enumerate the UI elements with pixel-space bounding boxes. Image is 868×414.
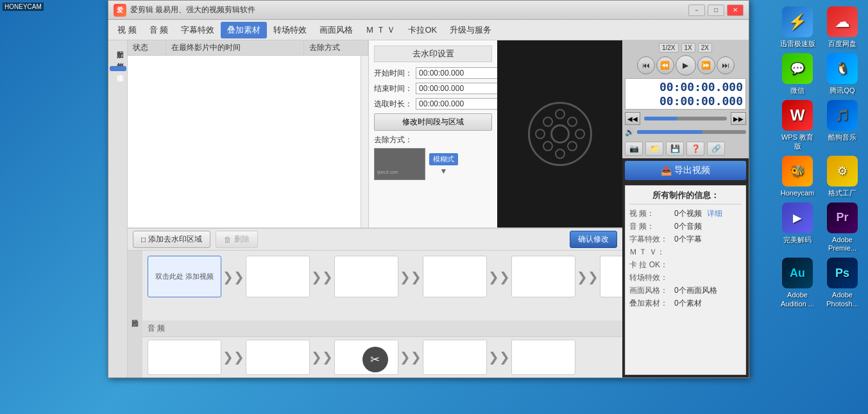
- menu-item-video[interactable]: 视 频: [111, 22, 143, 38]
- toolbar-btn-share[interactable]: 🔗: [707, 142, 725, 156]
- seek-bar[interactable]: [644, 117, 727, 120]
- prev-frame-btn[interactable]: ⏮: [637, 56, 655, 74]
- info-row-overlay: 叠加素材： 0个素材: [629, 298, 742, 309]
- info-title: 所有制作的信息：: [629, 190, 742, 204]
- menu-item-mtv[interactable]: Ｍ Ｔ Ｖ: [359, 22, 402, 38]
- modify-time-btn[interactable]: 修改时间段与区域: [374, 113, 492, 131]
- next-frame-btn[interactable]: ⏭: [717, 56, 735, 74]
- left-sidebar: 加贴图 加相框 去水印: [108, 40, 128, 377]
- volume-track[interactable]: [637, 130, 746, 134]
- main-content: 加贴图 加相框 去水印 状态 在最终影片中的时间 去除方式: [108, 40, 749, 377]
- speed-2x[interactable]: 2X: [698, 43, 712, 53]
- info-key-karaoke: 卡 拉 OK：: [629, 260, 674, 270]
- desktop-icon-photoshop[interactable]: Ps Adobe Photosh...: [823, 258, 862, 308]
- info-row-mtv: Ｍ Ｔ Ｖ：: [629, 247, 742, 258]
- method-dropdown-arrow[interactable]: ▼: [429, 167, 458, 176]
- info-val-style: 0个画面风格: [674, 285, 717, 296]
- export-icon: 📤: [661, 165, 672, 176]
- toolbar-btn-open[interactable]: 📁: [645, 142, 663, 156]
- audio-block-4[interactable]: [423, 340, 487, 375]
- desktop-icon-kugou[interactable]: 🎵 酷狗音乐: [823, 100, 862, 150]
- info-key-video: 视 频：: [629, 208, 674, 219]
- add-icon: □: [141, 235, 146, 244]
- method-option-blur[interactable]: 模糊式: [429, 153, 458, 165]
- info-row-karaoke: 卡 拉 OK：: [629, 260, 742, 270]
- settings-row-start: 开始时间：: [374, 67, 492, 79]
- menu-item-subtitle[interactable]: 字幕特效: [174, 22, 221, 38]
- menu-bar: 视 频 音 频 字幕特效 叠加素材 转场特效 画面风格 Ｍ Ｔ Ｖ 卡拉OK 升…: [108, 20, 749, 40]
- info-row-audio: 音 频： 0个音频: [629, 221, 742, 232]
- track-block-3[interactable]: [334, 256, 398, 297]
- sidebar-btn-sticker[interactable]: 加贴图: [110, 43, 126, 48]
- audio-block-2[interactable]: [246, 340, 310, 375]
- close-button[interactable]: ✕: [727, 4, 744, 16]
- confirm-btn[interactable]: 确认修改: [570, 231, 617, 248]
- menu-item-audio[interactable]: 音 频: [143, 22, 175, 38]
- track-arrow-2: ❯❯: [312, 256, 332, 297]
- speed-half[interactable]: 1/2X: [659, 43, 679, 53]
- info-val-overlay: 0个素材: [674, 298, 702, 309]
- track-arrow-3: ❯❯: [401, 256, 420, 297]
- scrollbar-vertical[interactable]: [361, 56, 368, 228]
- volume-icon: 🔊: [625, 128, 634, 137]
- export-video-btn[interactable]: 📤 导出视频: [625, 161, 746, 180]
- menu-item-karaoke[interactable]: 卡拉OK: [402, 22, 443, 38]
- sidebar-btn-frame[interactable]: 加相框: [110, 54, 126, 60]
- menu-item-style[interactable]: 画面风格: [313, 22, 359, 38]
- menu-item-upgrade[interactable]: 升级与服务: [443, 22, 498, 38]
- speed-1x[interactable]: 1X: [681, 43, 695, 53]
- scissors-icon[interactable]: ✂: [362, 347, 388, 372]
- audio-block-5[interactable]: [511, 340, 575, 375]
- desktop-icon-wps[interactable]: W WPS 教育版: [778, 100, 817, 150]
- desktop-icons: ⚡ 迅雷极速版 ☁ 百度网盘 💬 微信 🐧 腾讯QQ W WPS 教育版 🎵 酷…: [778, 6, 862, 308]
- maximize-button[interactable]: □: [708, 4, 724, 16]
- toolbar-btn-help[interactable]: ❓: [686, 142, 704, 156]
- table-header-status: 状态: [128, 41, 166, 54]
- method-select-area: 模糊式 ▼: [429, 153, 458, 176]
- track-block-5[interactable]: [511, 256, 575, 297]
- desktop-icon-qq[interactable]: 🐧 腾讯QQ: [823, 53, 862, 95]
- toolbar-btn-camera[interactable]: 📷: [625, 142, 643, 156]
- track-block-6[interactable]: [600, 256, 622, 297]
- speed-controls: 1/2X 1X 2X: [625, 43, 746, 53]
- menu-item-transition[interactable]: 转场特效: [267, 22, 313, 38]
- track-block-4[interactable]: [423, 256, 487, 297]
- table-area: 状态 在最终影片中的时间 去除方式: [128, 40, 369, 228]
- desktop-icon-wechat[interactable]: 💬 微信: [778, 53, 817, 95]
- info-row-transition: 转场特效：: [629, 272, 742, 283]
- desktop-icon-audition[interactable]: Au Adobe Audition ...: [778, 258, 817, 308]
- delete-btn[interactable]: 🗑 删除: [216, 231, 258, 248]
- nav-left[interactable]: ◀◀: [625, 112, 640, 125]
- step-fwd-btn[interactable]: ⏩: [697, 56, 715, 74]
- desktop-icon-xunlei[interactable]: ⚡ 迅雷极速版: [778, 6, 817, 48]
- audio-block-1[interactable]: [148, 340, 221, 375]
- menu-item-overlay[interactable]: 叠加素材: [221, 22, 267, 38]
- desktop-icon-premiere[interactable]: Pr Adobe Premie...: [823, 203, 862, 253]
- nav-right[interactable]: ▶▶: [731, 112, 746, 125]
- step-back-btn[interactable]: ⏪: [656, 56, 674, 74]
- minimize-button[interactable]: －: [688, 4, 705, 16]
- desktop-icon-honeycam[interactable]: 🐝 Honeycam: [778, 156, 817, 197]
- video-preview-area: [497, 40, 622, 228]
- info-val-video: 0个视频: [674, 208, 702, 219]
- toolbar-icons: 📷 📁 💾 ❓ 🔗: [622, 139, 749, 158]
- info-panel: 所有制作的信息： 视 频： 0个视频 详细 音 频： 0个音频 字幕特效： 0个…: [625, 185, 746, 375]
- preview-image: ijianJi.com: [374, 148, 425, 180]
- desktop-icon-baidu[interactable]: ☁ 百度网盘: [823, 6, 862, 48]
- track-block-2[interactable]: [246, 256, 310, 297]
- seek-progress: [644, 117, 677, 120]
- toolbar-btn-save[interactable]: 💾: [666, 142, 684, 156]
- desktop-icon-wanmei[interactable]: ▶ 完美解码: [778, 203, 817, 253]
- info-link-video[interactable]: 详细: [707, 208, 722, 219]
- top-panel: 状态 在最终影片中的时间 去除方式 去水印设置 开始时间：: [128, 40, 622, 228]
- title-bar: 爱 爱剪辑 最易用、强大的视频剪辑软件 － □ ✕: [108, 1, 749, 20]
- audio-arrow-3: ❯❯: [401, 340, 420, 375]
- audio-arrow-1: ❯❯: [224, 340, 243, 375]
- play-btn[interactable]: ▶: [676, 55, 696, 76]
- add-watermark-area-btn[interactable]: □ 添加去水印区域: [133, 231, 210, 248]
- sidebar-btn-watermark[interactable]: 去水印: [110, 66, 126, 71]
- time-display: 00:00:00.000 00:00:00.000: [625, 78, 746, 110]
- info-row-subtitle: 字幕特效： 0个字幕: [629, 234, 742, 245]
- main-video-block[interactable]: 双击此处 添加视频: [148, 256, 221, 297]
- desktop-icon-geshi[interactable]: ⚙ 格式工厂: [823, 156, 862, 197]
